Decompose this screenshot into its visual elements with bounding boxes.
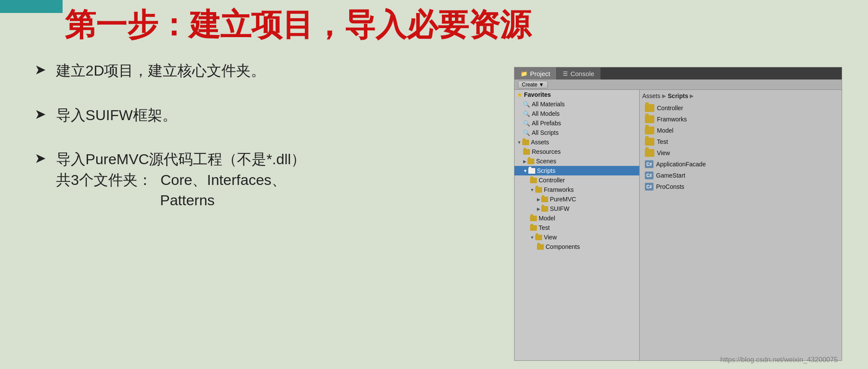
top-bar-accent — [0, 0, 63, 13]
star-icon: ★ — [517, 92, 522, 98]
resources-label: Resources — [532, 148, 561, 155]
tree-all-models[interactable]: 🔍 All Models — [514, 109, 639, 118]
right-item-proconsts[interactable]: C# ProConsts — [642, 181, 839, 192]
tree-suifw[interactable]: ▶ SUIFW — [514, 204, 639, 213]
tree-all-scripts[interactable]: 🔍 All Scripts — [514, 128, 639, 137]
tab-project-label: Project — [530, 70, 550, 77]
view-label: View — [544, 234, 557, 241]
right-item-framworks[interactable]: Framworks — [642, 114, 839, 124]
tree-all-prefabs[interactable]: 🔍 All Prefabs — [514, 118, 639, 128]
unity-toolbar: Create ▼ — [514, 80, 842, 90]
framworks-r-icon — [645, 115, 654, 123]
bullet-arrow-2: ➤ — [35, 106, 47, 122]
tree-puremvc[interactable]: ▶ PureMVC — [514, 194, 639, 204]
scenes-label: Scenes — [536, 158, 556, 165]
breadcrumb-scripts: Scripts — [668, 92, 688, 99]
right-item-view[interactable]: View — [642, 148, 839, 158]
bullet-arrow-1: ➤ — [35, 61, 47, 78]
test-label: Test — [539, 224, 550, 231]
framworks-expand-icon: ▼ — [530, 188, 534, 192]
controller-r-label: Controller — [657, 105, 683, 111]
bullet-text-3a: 导入PureMVC源代码工程（不是*.dll） — [56, 149, 306, 170]
scripts-label: Scripts — [537, 167, 556, 174]
assets-label: Assets — [531, 139, 549, 146]
proconsts-r-icon: C# — [645, 183, 653, 191]
view-r-icon — [645, 149, 654, 157]
watermark: https://blog.csdn.net/weixin_43200075 — [720, 356, 838, 364]
right-panel: Assets ▶ Scripts ▶ Controller Framworks … — [640, 90, 842, 360]
right-item-test[interactable]: Test — [642, 137, 839, 147]
suifw-folder-icon — [541, 206, 548, 212]
search-icon-scripts: 🔍 — [523, 130, 530, 136]
tab-project[interactable]: 📁 Project — [514, 67, 557, 80]
right-item-model[interactable]: Model — [642, 125, 839, 136]
breadcrumb-sep1: ▶ — [662, 93, 666, 99]
bullet-text-2: 导入SUIFW框架。 — [56, 105, 177, 126]
components-label: Components — [546, 243, 580, 250]
breadcrumb-sep2: ▶ — [690, 93, 694, 99]
unity-tabs: 📁 Project ☰ Console — [514, 67, 842, 80]
breadcrumb-assets: Assets — [642, 92, 660, 99]
tree-framworks[interactable]: ▼ Framworks — [514, 185, 639, 194]
all-materials-label: All Materials — [532, 101, 565, 108]
bullet-item-3: ➤ 导入PureMVC源代码工程（不是*.dll） 共3个文件夹： Core、I… — [35, 149, 315, 211]
all-scripts-label: All Scripts — [532, 129, 559, 136]
components-folder-icon — [537, 244, 544, 250]
test-r-icon — [645, 138, 654, 146]
gamestart-r-label: GameStart — [656, 172, 685, 179]
gamestart-r-icon: C# — [645, 172, 653, 179]
tree-assets[interactable]: ▼ Assets — [514, 137, 639, 147]
controller-r-icon — [645, 104, 654, 112]
test-folder-icon — [530, 225, 537, 231]
framworks-r-label: Framworks — [657, 116, 687, 123]
test-r-label: Test — [657, 138, 668, 145]
assets-expand-icon: ▼ — [517, 140, 521, 145]
puremvc-expand-icon: ▶ — [537, 197, 540, 202]
tree-model[interactable]: Model — [514, 213, 639, 223]
framworks-label: Framworks — [544, 186, 574, 193]
suifw-expand-icon: ▶ — [537, 207, 540, 211]
puremvc-folder-icon — [541, 197, 548, 202]
tree-scenes[interactable]: ▶ Scenes — [514, 156, 639, 166]
proconsts-r-label: ProConsts — [656, 183, 684, 190]
suifw-label: SUIFW — [550, 205, 569, 212]
view-expand-icon: ▼ — [530, 235, 534, 240]
bullet-item-2: ➤ 导入SUIFW框架。 — [35, 105, 315, 126]
tree-view[interactable]: ▼ View — [514, 232, 639, 242]
right-item-gamestart[interactable]: C# GameStart — [642, 170, 839, 181]
tree-favorites[interactable]: ★ Favorites — [514, 90, 639, 99]
all-prefabs-label: All Prefabs — [532, 120, 561, 127]
page-title: 第一步：建立项目，导入必要资源 — [65, 4, 531, 46]
tree-all-materials[interactable]: 🔍 All Materials — [514, 99, 639, 109]
bullet-item-1: ➤ 建立2D项目，建立核心文件夹。 — [35, 60, 315, 81]
search-icon-materials: 🔍 — [523, 101, 530, 108]
right-item-appfacade[interactable]: C# ApplicationFacade — [642, 159, 839, 169]
right-items-list: Controller Framworks Model Test View — [642, 103, 839, 192]
tree-components[interactable]: Components — [514, 242, 639, 251]
tab-console-label: Console — [571, 70, 594, 77]
search-icon-prefabs: 🔍 — [523, 120, 530, 127]
assets-folder-icon — [522, 140, 529, 145]
appfacade-r-label: ApplicationFacade — [656, 161, 706, 168]
bullet-arrow-3: ➤ — [35, 150, 47, 166]
right-item-controller[interactable]: Controller — [642, 103, 839, 113]
model-r-icon — [645, 127, 654, 134]
console-tab-icon: ☰ — [563, 70, 568, 77]
appfacade-r-icon: C# — [645, 160, 653, 168]
create-button[interactable]: Create ▼ — [518, 81, 548, 89]
tree-resources[interactable]: Resources — [514, 147, 639, 156]
search-icon-models: 🔍 — [523, 111, 530, 117]
favorites-label: Favorites — [524, 91, 551, 98]
bullet-text-3c: Patterns — [69, 190, 306, 211]
unity-panel: 📁 Project ☰ Console Create ▼ ★ Favorites… — [514, 67, 842, 361]
puremvc-label: PureMVC — [550, 196, 576, 203]
tree-test[interactable]: Test — [514, 223, 639, 232]
tree-scripts[interactable]: ▼ Scripts — [514, 166, 639, 175]
controller-folder-icon — [530, 178, 537, 183]
tree-controller[interactable]: Controller — [514, 175, 639, 185]
unity-content: ★ Favorites 🔍 All Materials 🔍 All Models… — [514, 90, 842, 360]
model-label: Model — [539, 215, 555, 222]
tab-console[interactable]: ☰ Console — [557, 67, 601, 80]
bullet-text-3b: 共3个文件夹： Core、Interfaces、 — [56, 170, 306, 191]
model-r-label: Model — [657, 127, 673, 134]
